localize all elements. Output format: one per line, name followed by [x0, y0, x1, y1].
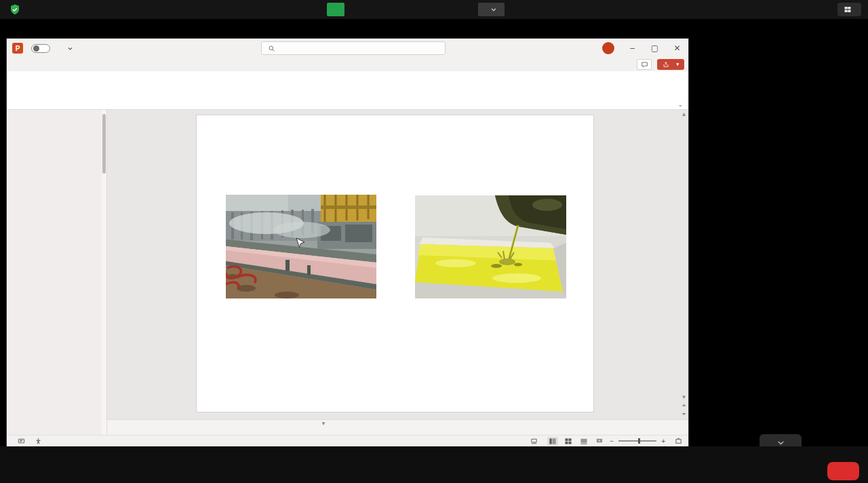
notes-toggle-icon	[530, 438, 538, 445]
slideshow-view-button[interactable]	[594, 437, 605, 446]
reading-view-button[interactable]	[578, 437, 589, 446]
meeting-toolbar	[0, 446, 868, 483]
account-avatar[interactable]	[602, 42, 614, 54]
zoom-slider-thumb[interactable]	[638, 438, 640, 444]
share-icon	[663, 61, 669, 68]
oil-pour-image[interactable]	[415, 195, 566, 298]
meeting-top-bar	[0, 0, 868, 19]
ribbon-tab-bar: ▾	[7, 58, 688, 71]
view-options-button[interactable]	[478, 3, 505, 16]
screen-share-banner	[327, 3, 344, 16]
notes-splitter-icon[interactable]: ▼	[321, 421, 326, 427]
share-button[interactable]: ▾	[657, 59, 684, 70]
powerpoint-statusbar: − +	[7, 435, 688, 446]
powerpoint-window: P – ▢ ✕	[7, 39, 688, 446]
chevron-down-icon	[67, 45, 73, 52]
display-language-icon	[18, 438, 25, 445]
search-input[interactable]	[261, 41, 446, 55]
zoom-slider[interactable]	[618, 440, 656, 442]
editor-column: ▲ ▼ ⏶ ⏷ ▼	[107, 110, 688, 435]
previous-slide-button[interactable]: ⏶	[682, 402, 686, 409]
comment-icon	[641, 61, 648, 69]
fit-slide-icon[interactable]	[675, 438, 682, 445]
document-title[interactable]	[64, 45, 73, 52]
close-button[interactable]: ✕	[666, 39, 688, 58]
menubar-right: ▾	[637, 58, 684, 71]
chevron-down-icon	[776, 438, 785, 447]
leave-button[interactable]	[827, 462, 859, 480]
zoom-meeting-window: P – ▢ ✕	[0, 0, 868, 483]
powerpoint-workspace: ▲ ▼ ⏶ ⏷ ▼	[7, 110, 688, 435]
notes-pane[interactable]: ▼	[107, 419, 688, 435]
slide-scrollbar[interactable]: ▲ ▼ ⏶ ⏷	[680, 111, 688, 418]
statusbar-right: − +	[530, 437, 682, 446]
collapse-ribbon-icon[interactable]: ⌄	[677, 101, 683, 108]
accessibility-icon	[35, 438, 42, 445]
comments-button[interactable]	[637, 59, 652, 70]
thumbnail-scrollbar[interactable]	[102, 110, 106, 435]
view-layout-button[interactable]	[837, 3, 861, 16]
normal-view-button[interactable]	[547, 437, 558, 446]
meeting-security-shield-icon[interactable]	[9, 3, 21, 16]
zoom-out-button[interactable]: −	[610, 438, 614, 445]
titlebar-right: – ▢ ✕	[597, 39, 688, 58]
toggle-knob-icon	[33, 45, 39, 52]
slide-canvas-area: ▲ ▼ ⏶ ⏷	[107, 110, 688, 419]
mouse-cursor-icon	[296, 237, 306, 251]
restore-button[interactable]: ▢	[644, 39, 666, 58]
chevron-down-icon	[490, 6, 497, 13]
review-ribbon: ⌄	[7, 71, 688, 110]
grid-view-icon	[844, 5, 852, 14]
powerpoint-icon: P	[12, 43, 23, 54]
powerpoint-titlebar: P – ▢ ✕	[7, 39, 688, 58]
slide-canvas[interactable]	[197, 115, 593, 412]
slide-thumbnail-pane	[7, 110, 107, 435]
autosave-toggle[interactable]	[28, 44, 50, 53]
slide-sorter-view-button[interactable]	[563, 437, 574, 446]
scroll-up-icon[interactable]: ▲	[682, 111, 687, 117]
autosave-switch[interactable]	[31, 44, 50, 53]
zoom-in-button[interactable]: +	[661, 438, 665, 445]
minimize-button[interactable]: –	[621, 39, 644, 58]
chevron-down-icon: ▾	[676, 62, 679, 67]
next-slide-button[interactable]: ⏷	[682, 411, 686, 418]
scroll-down-icon[interactable]: ▼	[682, 394, 687, 400]
search-icon	[268, 45, 275, 52]
